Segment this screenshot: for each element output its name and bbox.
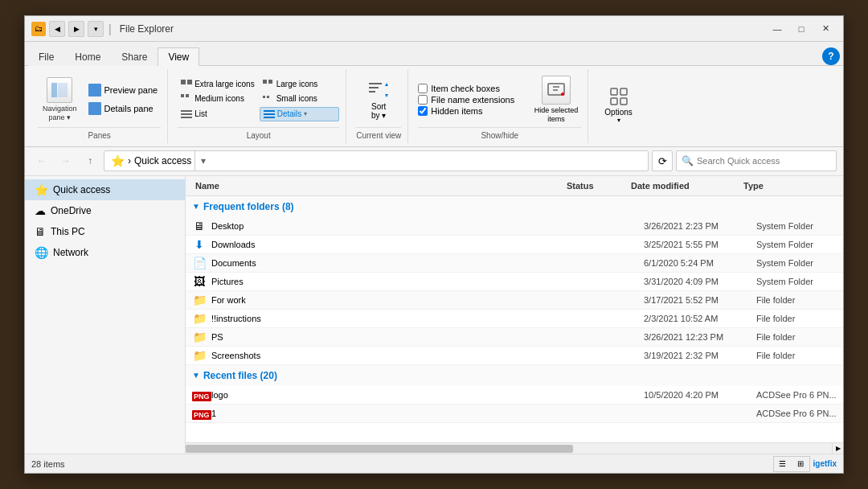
column-date-modified[interactable]: Date modified (628, 179, 740, 192)
svg-rect-18 (264, 113, 275, 115)
tab-share[interactable]: Share (111, 47, 158, 66)
preview-pane-button[interactable]: Preview pane (85, 82, 162, 98)
hidden-items-checkbox[interactable] (418, 106, 428, 116)
tab-file[interactable]: File (28, 47, 64, 66)
column-status[interactable]: Status (563, 179, 628, 192)
file-name-cell: PNG 1 (192, 407, 579, 420)
tab-home[interactable]: Home (64, 47, 111, 66)
svg-marker-23 (385, 83, 388, 86)
medium-icons-button[interactable]: Medium icons (178, 92, 257, 105)
ribbon-tabs: File Home Share View ? (25, 42, 843, 66)
svg-rect-30 (620, 88, 627, 95)
scrollbar-thumb[interactable] (186, 445, 573, 453)
item-check-boxes-checkbox[interactable] (418, 84, 428, 93)
ps-icon: 📁 (192, 331, 207, 343)
table-row[interactable]: 📄 Documents 6/1/2020 5:24 PM System Fold… (186, 254, 843, 273)
title-nav-forward[interactable]: ▶ (68, 21, 84, 37)
file-explorer-window: 🗂 ◀ ▶ ▾ | File Explorer — □ ✕ File Home … (24, 15, 844, 474)
frequent-folders-header[interactable]: ▼ Frequent folders (8) (186, 196, 843, 217)
file-type-cell: ACDSee Pro 6 PN... (756, 390, 837, 400)
options-area: Options ▾ (598, 72, 638, 137)
horizontal-scrollbar[interactable]: ▶ (186, 442, 843, 454)
sidebar-item-quick-access[interactable]: ⭐ Quick access (25, 179, 185, 200)
small-icons-button[interactable]: Small icons (260, 92, 339, 105)
list-button[interactable]: List (178, 107, 257, 121)
details-pane-button[interactable]: Details pane (85, 101, 162, 117)
item-check-boxes-label[interactable]: Item check boxes (418, 84, 524, 93)
navigation-pane-button[interactable]: Navigationpane ▾ (38, 74, 82, 125)
hide-selected-button[interactable]: Hide selecteditems (531, 72, 582, 127)
ribbon-group-options: Options ▾ (592, 69, 645, 143)
details-button[interactable]: Details ▾ (260, 107, 339, 121)
file-name-extensions-label[interactable]: File name extensions (418, 95, 524, 105)
search-input[interactable] (697, 156, 831, 166)
title-nav-back[interactable]: ◀ (49, 21, 65, 37)
column-name[interactable]: Name (192, 179, 563, 192)
file-area: Name Status Date modified Type ▼ Frequen… (186, 176, 843, 454)
file-name-cell: 📁 !!instructions (192, 312, 579, 325)
table-row[interactable]: 🖼 Pictures 3/31/2020 4:09 PM System Fold… (186, 273, 843, 291)
status-right: ☰ ⊞ igetfix (773, 456, 837, 472)
table-row[interactable]: PNG 1 ACDSee Pro 6 PN... (186, 405, 843, 423)
address-dropdown-button[interactable]: ▾ (194, 150, 211, 171)
back-button[interactable]: ← (31, 150, 52, 171)
show-hide-group-label: Show/hide (418, 127, 581, 140)
hide-selected-label: Hide selecteditems (534, 106, 579, 124)
address-bar: ← → ↑ ⭐ › Quick access ▾ ⟳ 🔍 (25, 147, 843, 176)
path-separator: › (128, 155, 131, 166)
table-row[interactable]: PNG logo 10/5/2020 4:20 PM ACDSee Pro 6 … (186, 386, 843, 405)
minimize-button[interactable]: — (766, 20, 788, 38)
forward-button[interactable]: → (55, 150, 76, 171)
table-row[interactable]: 🖥 Desktop 3/26/2021 2:23 PM System Folde… (186, 217, 843, 236)
large-icons-button[interactable]: Large icons (260, 78, 339, 91)
sidebar-item-network[interactable]: 🌐 Network (25, 242, 185, 263)
refresh-button[interactable]: ⟳ (652, 150, 673, 171)
tab-view[interactable]: View (158, 47, 199, 66)
checkboxes-group: Item check boxes File name extensions Hi… (418, 84, 524, 116)
ribbon-group-show-hide: Item check boxes File name extensions Hi… (411, 69, 588, 143)
hidden-items-label[interactable]: Hidden items (418, 106, 524, 116)
large-icons-view-button[interactable]: ⊞ (792, 457, 809, 471)
up-button[interactable]: ↑ (80, 150, 100, 171)
file-name-extensions-checkbox[interactable] (418, 95, 428, 105)
sidebar-item-this-pc[interactable]: 🖥 This PC (25, 221, 185, 242)
sidebar: ⭐ Quick access ☁ OneDrive 🖥 This PC 🌐 Ne… (25, 176, 186, 454)
close-button[interactable]: ✕ (814, 20, 837, 38)
sort-area: Sortby ▾ (361, 72, 396, 127)
help-button[interactable]: ? (822, 47, 840, 65)
column-type[interactable]: Type (740, 179, 821, 192)
extra-large-icons-button[interactable]: Extra large icons (178, 78, 257, 91)
search-box[interactable]: 🔍 (676, 150, 837, 171)
ribbon-group-current-view: Sortby ▾ Current view (350, 69, 408, 143)
watermark: igetfix (813, 459, 837, 468)
address-path[interactable]: ⭐ › Quick access ▾ (104, 150, 649, 171)
options-button[interactable]: Options ▾ (598, 82, 638, 127)
for-work-icon: 📁 (192, 294, 207, 306)
title-bar-left: 🗂 ◀ ▶ ▾ | File Explorer (31, 21, 766, 37)
file-name-cell: 📁 Screenshots (192, 349, 579, 362)
file-name-text: Screenshots (211, 351, 260, 360)
table-row[interactable]: 📁 Screenshots 3/19/2021 2:32 PM File fol… (186, 347, 843, 365)
table-row[interactable]: 📁 PS 3/26/2021 12:23 PM File folder (186, 328, 843, 347)
sort-by-button[interactable]: Sortby ▾ (361, 76, 396, 123)
ribbon-group-layout: Extra large icons Large icons Medium ico… (171, 69, 346, 143)
side-pane-buttons: Preview pane Details pane (85, 82, 162, 117)
sidebar-item-onedrive[interactable]: ☁ OneDrive (25, 200, 185, 221)
navigation-pane-icon (47, 77, 72, 103)
svg-rect-21 (369, 87, 379, 88)
path-text: Quick access (134, 155, 191, 166)
file-type-cell: File folder (756, 351, 837, 360)
sort-by-label: Sortby ▾ (371, 102, 386, 120)
current-view-group-label: Current view (356, 127, 401, 140)
recent-files-header[interactable]: ▼ Recent files (20) (186, 365, 843, 386)
details-view-button[interactable]: ☰ (774, 457, 792, 471)
table-row[interactable]: 📁 For work 3/17/2021 5:52 PM File folder (186, 291, 843, 310)
table-row[interactable]: 📁 !!instructions 2/3/2021 10:52 AM File … (186, 310, 843, 328)
title-nav-down[interactable]: ▾ (88, 21, 104, 37)
search-icon: 🔍 (682, 155, 694, 166)
file-name-text: 1 (211, 409, 216, 418)
table-row[interactable]: ⬇ Downloads 3/25/2021 5:55 PM System Fol… (186, 236, 843, 254)
svg-rect-20 (369, 83, 382, 84)
scroll-right-button[interactable]: ▶ (832, 443, 843, 454)
maximize-button[interactable]: □ (790, 20, 813, 38)
